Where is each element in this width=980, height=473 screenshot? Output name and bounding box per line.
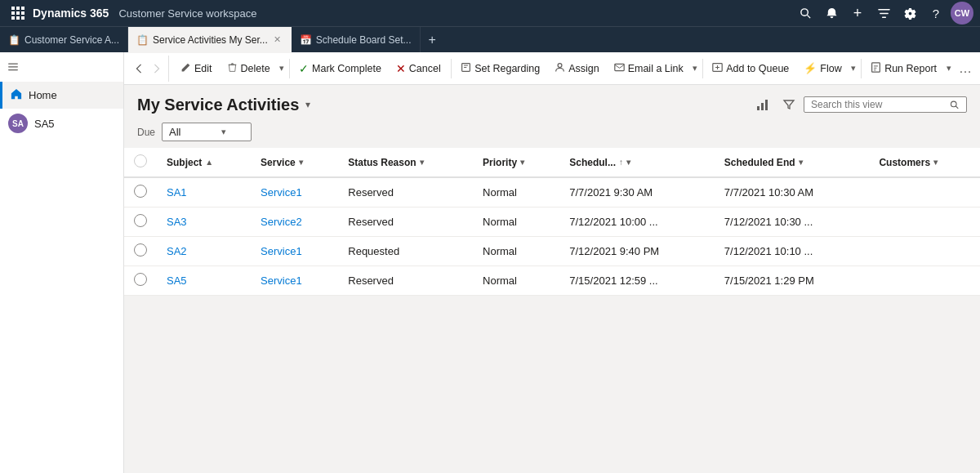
svg-line-10 — [807, 15, 810, 18]
add-tab-button[interactable]: + — [421, 33, 444, 47]
cell-scheduled-start: 7/7/2021 9:30 AM — [559, 177, 715, 207]
email-dropdown[interactable]: ▾ — [692, 56, 699, 82]
row-select[interactable] — [124, 237, 157, 266]
sidebar-item-home[interactable]: Home — [0, 82, 123, 109]
delete-button[interactable]: Delete — [220, 56, 277, 82]
delete-icon — [227, 62, 238, 75]
subject-link[interactable]: SA1 — [167, 186, 187, 199]
main-layout: Home SA SA5 Edit — [0, 52, 980, 473]
cell-subject: SA2 — [157, 237, 251, 266]
filter-view-icon[interactable] — [777, 93, 800, 116]
service-link[interactable]: Service1 — [261, 274, 302, 287]
cell-service: Service1 — [251, 266, 338, 296]
add-to-queue-button[interactable]: Add to Queue — [706, 56, 795, 82]
col-scheduled-end[interactable]: Scheduled End ▾ — [715, 148, 870, 177]
tab-schedule-board[interactable]: 📅 Schedule Board Set... — [292, 27, 421, 53]
col-subject[interactable]: Subject ▲ — [157, 148, 251, 177]
filter-value: All — [169, 126, 180, 138]
chart-view-icon[interactable] — [751, 93, 774, 116]
check-icon: ✓ — [299, 62, 309, 75]
waffle-icon[interactable] — [7, 2, 29, 25]
flow-dropdown[interactable]: ▾ — [850, 56, 858, 82]
view-header: My Service Activities ▾ — [124, 85, 980, 119]
edit-button[interactable]: Edit — [174, 56, 219, 82]
activities-table: Subject ▲ Service ▾ Stat — [124, 148, 980, 296]
sidebar-user-item[interactable]: SA SA5 — [0, 109, 123, 138]
svg-rect-18 — [872, 62, 880, 71]
svg-point-22 — [951, 101, 957, 107]
assign-button[interactable]: Assign — [548, 56, 606, 82]
tab-service-activities[interactable]: 📋 Service Activities My Ser... ✕ — [128, 27, 292, 53]
filter-select[interactable]: All ▾ — [162, 123, 252, 141]
more-options-button[interactable]: … — [954, 58, 977, 79]
tab-customer-service[interactable]: 📋 Customer Service A... — [0, 27, 128, 53]
search-icon[interactable] — [794, 2, 817, 25]
sort-icon: ▾ — [933, 158, 938, 167]
app-title: Customer Service workspace — [118, 7, 256, 20]
delete-dropdown[interactable]: ▾ — [278, 56, 286, 82]
cell-scheduled-start: 7/12/2021 9:40 PM — [559, 237, 715, 266]
cell-priority: Normal — [473, 207, 559, 237]
queue-icon — [712, 62, 723, 75]
row-select[interactable] — [124, 177, 157, 207]
row-select[interactable] — [124, 266, 157, 296]
view-header-icons — [751, 93, 967, 116]
brand-name: Dynamics 365 — [33, 7, 109, 20]
cell-priority: Normal — [473, 237, 559, 266]
subject-link[interactable]: SA2 — [167, 245, 187, 257]
search-input[interactable] — [811, 99, 945, 110]
col-customers[interactable]: Customers ▾ — [869, 148, 980, 177]
col-scheduled-start[interactable]: Schedul... ↑ ▾ — [559, 148, 715, 177]
edit-icon — [180, 62, 191, 75]
sidebar-toggle[interactable] — [0, 52, 26, 82]
tab-icon: 📅 — [300, 34, 312, 46]
select-all-header[interactable] — [124, 148, 157, 177]
cancel-button[interactable]: ✕ Cancel — [390, 56, 448, 82]
service-link[interactable]: Service2 — [261, 216, 302, 228]
email-link-button[interactable]: Email a Link — [608, 56, 690, 82]
sidebar: Home SA SA5 — [0, 52, 124, 473]
svg-rect-16 — [614, 64, 623, 70]
svg-rect-0 — [11, 7, 15, 10]
service-link[interactable]: Service1 — [261, 186, 302, 199]
svg-rect-8 — [21, 16, 24, 20]
row-select[interactable] — [124, 207, 157, 237]
subject-link[interactable]: SA5 — [167, 274, 187, 287]
col-priority[interactable]: Priority ▾ — [473, 148, 559, 177]
settings-icon[interactable] — [898, 2, 921, 25]
notification-icon[interactable] — [820, 2, 843, 25]
svg-line-23 — [956, 105, 959, 108]
add-icon[interactable]: + — [846, 2, 869, 25]
row-radio[interactable] — [134, 243, 147, 257]
run-report-dropdown[interactable]: ▾ — [945, 56, 952, 82]
flow-button[interactable]: ⚡ Flow — [797, 56, 848, 82]
col-service[interactable]: Service ▾ — [251, 148, 338, 177]
user-avatar[interactable]: CW — [951, 2, 973, 25]
row-radio[interactable] — [134, 273, 147, 286]
filter-icon[interactable] — [872, 2, 895, 25]
table-wrap: Subject ▲ Service ▾ Stat — [124, 148, 980, 473]
svg-rect-6 — [11, 16, 15, 20]
search-box — [804, 96, 967, 113]
mark-complete-button[interactable]: ✓ Mark Complete — [292, 56, 388, 82]
tab-close-button[interactable]: ✕ — [272, 33, 283, 47]
table-body: SA1 Service1 Reserved Normal 7/7/2021 9:… — [124, 177, 980, 296]
col-status[interactable]: Status Reason ▾ — [338, 148, 473, 177]
cell-subject: SA1 — [157, 177, 251, 207]
subject-link[interactable]: SA3 — [167, 216, 187, 228]
view-title-chevron[interactable]: ▾ — [305, 99, 310, 110]
toolbar: Edit Delete ▾ ✓ Mark Complete ✕ Cancel — [124, 52, 980, 85]
help-icon[interactable]: ? — [924, 2, 947, 25]
set-regarding-button[interactable]: Set Regarding — [454, 56, 546, 82]
nav-forward-button[interactable] — [149, 56, 165, 82]
nav-back-button[interactable] — [131, 56, 147, 82]
row-radio[interactable] — [134, 185, 147, 198]
sort-icon-up: ↑ — [619, 158, 623, 167]
run-report-button[interactable]: Run Report — [864, 56, 943, 82]
svg-rect-5 — [21, 11, 24, 15]
cell-priority: Normal — [473, 266, 559, 296]
view-title: My Service Activities — [137, 96, 299, 114]
service-link[interactable]: Service1 — [261, 245, 302, 257]
row-radio[interactable] — [134, 214, 147, 227]
cell-scheduled-end: 7/7/2021 10:30 AM — [715, 177, 870, 207]
